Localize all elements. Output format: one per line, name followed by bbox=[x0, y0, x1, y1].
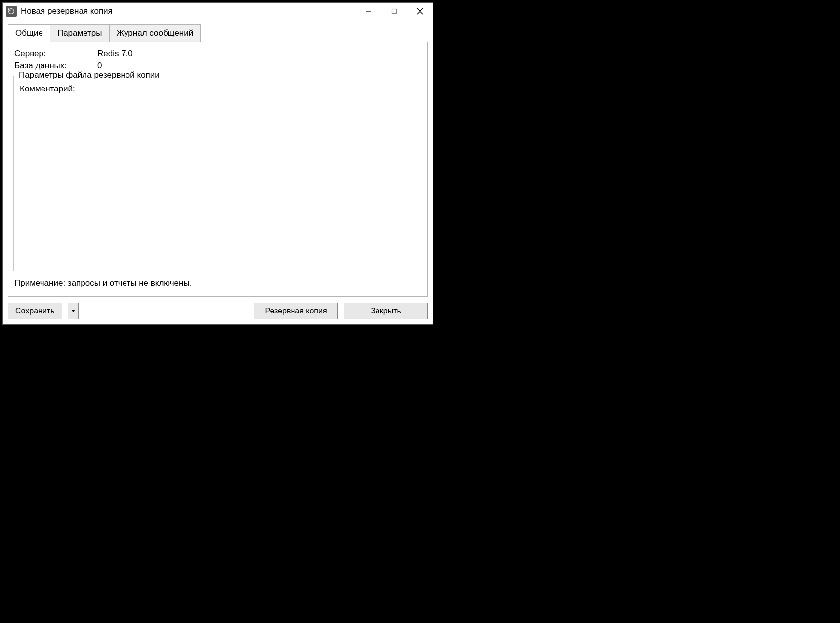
server-row: Сервер: Redis 7.0 bbox=[14, 49, 421, 59]
svg-rect-1 bbox=[392, 9, 397, 14]
server-label: Сервер: bbox=[14, 49, 97, 59]
window-title: Новая резервная копия bbox=[21, 6, 356, 16]
tab-label: Журнал сообщений bbox=[117, 28, 194, 38]
tab-parameters[interactable]: Параметры bbox=[50, 24, 110, 42]
minimize-button[interactable] bbox=[356, 3, 381, 20]
tab-label: Параметры bbox=[57, 28, 102, 38]
backup-button[interactable]: Резервная копия bbox=[254, 303, 338, 319]
maximize-button[interactable] bbox=[381, 3, 407, 20]
backup-file-params-group: Параметры файла резервной копии Коммента… bbox=[13, 76, 422, 271]
save-split-button: Сохранить bbox=[8, 303, 79, 319]
svg-marker-4 bbox=[71, 310, 75, 312]
save-button[interactable]: Сохранить bbox=[8, 303, 62, 319]
button-label: Сохранить bbox=[15, 307, 55, 315]
app-backup-icon bbox=[6, 6, 17, 17]
close-button[interactable]: Закрыть bbox=[344, 303, 428, 319]
save-dropdown-button[interactable] bbox=[68, 303, 79, 319]
button-label: Закрыть bbox=[371, 307, 401, 315]
window-controls bbox=[356, 3, 433, 20]
dialog-footer: Сохранить Резервная копия Закрыть bbox=[8, 303, 428, 319]
tab-label: Общие bbox=[15, 28, 43, 38]
comment-input[interactable] bbox=[19, 96, 417, 263]
chevron-down-icon bbox=[70, 307, 76, 315]
titlebar: Новая резервная копия bbox=[3, 3, 433, 20]
tabstrip: Общие Параметры Журнал сообщений bbox=[8, 24, 428, 42]
database-value: 0 bbox=[97, 61, 102, 71]
backup-dialog-window: Новая резервная копия Общие Параметры Жу… bbox=[2, 2, 433, 325]
tab-panel-general: Сервер: Redis 7.0 База данных: 0 Парамет… bbox=[8, 42, 428, 297]
button-label: Резервная копия bbox=[265, 307, 327, 315]
server-value: Redis 7.0 bbox=[97, 49, 133, 59]
tab-general[interactable]: Общие bbox=[8, 24, 50, 42]
comment-label: Комментарий: bbox=[20, 84, 417, 94]
database-row: База данных: 0 bbox=[14, 61, 421, 71]
close-window-button[interactable] bbox=[407, 3, 433, 20]
database-label: База данных: bbox=[14, 61, 97, 71]
note-text: Примечание: запросы и отчеты не включены… bbox=[14, 278, 421, 288]
group-legend: Параметры файла резервной копии bbox=[17, 70, 162, 80]
client-area: Общие Параметры Журнал сообщений Сервер:… bbox=[3, 20, 433, 324]
tab-message-log[interactable]: Журнал сообщений bbox=[110, 24, 201, 42]
